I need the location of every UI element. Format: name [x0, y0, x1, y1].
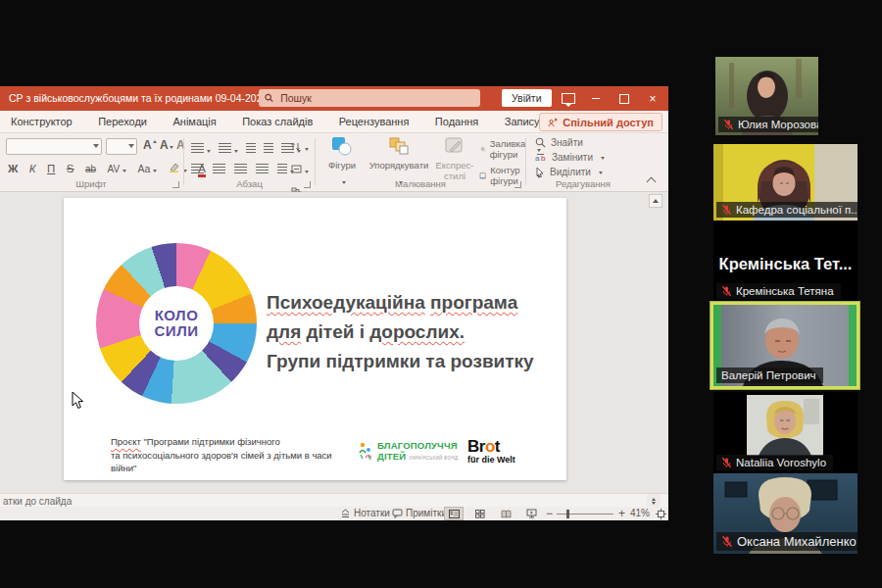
- zoom-out-button[interactable]: −: [546, 507, 553, 520]
- drawing-group-label: Малювання: [317, 178, 524, 189]
- zoom-slider[interactable]: [557, 514, 613, 514]
- shrink-font-button[interactable]: A: [160, 138, 173, 152]
- muted-mic-icon: [721, 204, 732, 216]
- grow-font-button[interactable]: A: [143, 138, 157, 152]
- zoom-in-button[interactable]: +: [618, 507, 625, 520]
- down-arrow-icon: [170, 146, 173, 151]
- font-dialog-launcher[interactable]: [172, 181, 179, 188]
- reading-view-button[interactable]: [496, 507, 515, 520]
- drawing-dialog-launcher[interactable]: [514, 181, 521, 188]
- next-slide-icon: [652, 502, 656, 507]
- text-direction-button[interactable]: [291, 137, 309, 155]
- align-left-icon[interactable]: [191, 164, 204, 173]
- chevron-down-icon: [305, 171, 309, 175]
- bullets-button[interactable]: [191, 139, 211, 157]
- tab-slideshow[interactable]: Показ слайдів: [231, 111, 323, 127]
- org1-subtitle: УКРАЇНСЬКИЙ ФОНД: [409, 456, 458, 461]
- align-center-icon[interactable]: [213, 164, 225, 173]
- replace-button[interactable]: abЗамінити: [535, 152, 605, 163]
- group-divider: [183, 138, 184, 185]
- comment-bubble-icon: [392, 509, 403, 518]
- participant-name: Nataliia Voroshylo: [736, 457, 826, 468]
- change-case-button[interactable]: Aa: [138, 163, 158, 174]
- font-group: A A A Ж К П S ab AV Aa А Шрифт: [0, 133, 182, 191]
- group-divider: [525, 138, 526, 185]
- shapes-icon: [331, 136, 353, 156]
- numbered-list-icon: [219, 143, 231, 153]
- collapse-ribbon-button[interactable]: [647, 177, 657, 187]
- zoom-slider-thumb[interactable]: [566, 510, 569, 518]
- slide-nav-arrows[interactable]: [647, 494, 661, 508]
- participant-tile[interactable]: Оксана Михайленко: [713, 473, 858, 554]
- paragraph-mini-column: [291, 137, 309, 200]
- notes-pane[interactable]: атки до слайда: [0, 493, 668, 507]
- tab-review[interactable]: Рецензування: [328, 111, 420, 127]
- search-input[interactable]: [278, 91, 474, 105]
- slide-sorter-view-button[interactable]: [470, 507, 490, 520]
- participant-name-label: Юлия Морозова: [718, 117, 818, 132]
- search-box[interactable]: [259, 89, 480, 107]
- character-spacing-button[interactable]: AV: [108, 164, 127, 174]
- logo-line-2: СИЛИ: [155, 323, 199, 339]
- find-label: Знайти: [551, 137, 583, 148]
- scroll-up-button[interactable]: [649, 194, 662, 208]
- align-text-icon: [291, 165, 302, 173]
- participant-tile[interactable]: Кремінська Тет... Кремінська Тетяна: [713, 222, 858, 302]
- increase-indent-icon[interactable]: [264, 143, 273, 153]
- share-button[interactable]: Спільний доступ: [539, 113, 662, 131]
- tab-design[interactable]: Конструктор: [0, 111, 83, 127]
- brot-text: t: [495, 437, 500, 456]
- font-size-combo[interactable]: [106, 138, 137, 155]
- participant-name-label: Кремінська Тетяна: [716, 283, 841, 299]
- strikethrough-button[interactable]: S: [67, 163, 74, 174]
- restore-button[interactable]: [610, 86, 639, 111]
- brot-o-orange: o: [485, 437, 495, 456]
- find-button[interactable]: Знайти: [535, 137, 605, 148]
- quick-styles-button[interactable]: Експрес- стилі: [434, 136, 475, 181]
- tab-view[interactable]: Подання: [424, 111, 489, 127]
- minimize-button[interactable]: [581, 86, 611, 111]
- align-right-icon[interactable]: [234, 164, 247, 173]
- muted-mic-icon: [721, 535, 733, 548]
- title-word: для: [267, 321, 301, 342]
- underline-button[interactable]: П: [47, 163, 55, 174]
- fit-slide-to-window-button[interactable]: [651, 507, 670, 520]
- footer-word: Проєкт: [111, 436, 141, 447]
- select-button[interactable]: Виділити: [535, 167, 605, 177]
- zoom-level[interactable]: 41%: [630, 508, 650, 518]
- align-text-button[interactable]: [291, 160, 309, 177]
- participant-tile[interactable]: Кафедра соціальної п...: [713, 144, 858, 220]
- sign-in-button[interactable]: Увійти: [502, 89, 552, 107]
- strikethrough-ab-button[interactable]: ab: [85, 164, 96, 174]
- font-name-combo[interactable]: [6, 138, 102, 155]
- tab-animations[interactable]: Анімація: [162, 111, 226, 127]
- title-line-3: Групи підтримки та розвитку: [267, 351, 534, 371]
- participant-tile[interactable]: Nataliia Voroshylo: [713, 392, 858, 473]
- ribbon-display-options-button[interactable]: [554, 86, 583, 111]
- comments-button[interactable]: Примітки: [392, 508, 447, 518]
- participant-tile[interactable]: Юлия Морозова: [715, 57, 818, 135]
- tab-transitions[interactable]: Переходи: [87, 111, 158, 127]
- active-speaker-tile[interactable]: Валерій Петрович: [710, 302, 859, 389]
- normal-view-button[interactable]: [444, 507, 464, 520]
- slide-title: Психоедукаційна програма для дітей і дор…: [267, 288, 551, 376]
- title-bar: СР з військовослужбоцями та їх родинами …: [0, 86, 668, 111]
- footer-line-3: війни": [111, 462, 356, 475]
- paragraph-dialog-launcher[interactable]: [304, 181, 311, 188]
- bold-button[interactable]: Ж: [8, 163, 18, 174]
- title-word: дітей і: [307, 321, 365, 342]
- chevron-down-icon: [305, 148, 309, 153]
- find-icon: [535, 137, 546, 148]
- justify-icon[interactable]: [256, 164, 269, 173]
- notes-toggle-button[interactable]: Нотатки: [340, 508, 390, 518]
- restore-icon: [619, 94, 629, 104]
- slide-canvas[interactable]: КОЛО СИЛИ Психоедукаційна програма для д…: [64, 198, 566, 480]
- italic-button[interactable]: К: [29, 163, 36, 174]
- numbering-button[interactable]: [219, 139, 238, 157]
- decrease-indent-icon[interactable]: [246, 143, 256, 153]
- chevron-down-icon: [601, 157, 605, 162]
- close-button[interactable]: ×: [638, 86, 667, 111]
- slideshow-view-button[interactable]: [521, 507, 541, 520]
- chevron-down-icon: [93, 144, 99, 151]
- previous-slide-icon: [652, 496, 656, 501]
